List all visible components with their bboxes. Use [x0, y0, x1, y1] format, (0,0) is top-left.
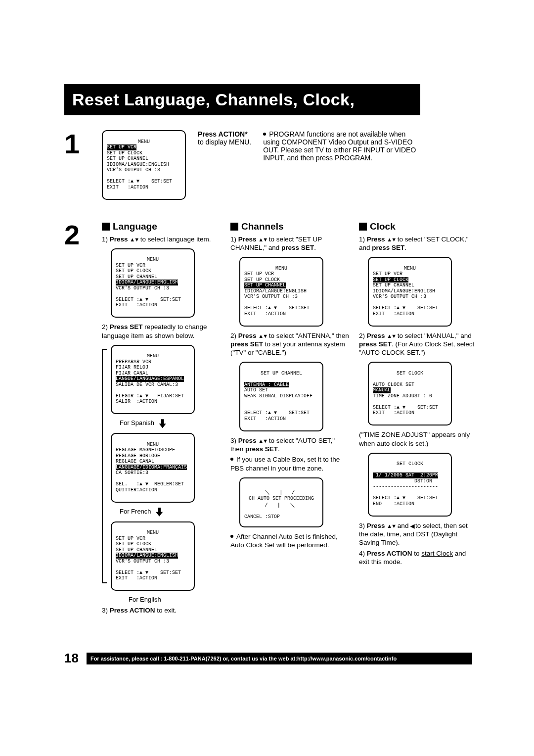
scr-l: FIJAR RELOJ: [116, 365, 148, 370]
scr-l: SET UP CHANNEL: [373, 283, 414, 288]
language-heading: Language: [113, 221, 157, 232]
ch-s3d: press SET: [245, 445, 278, 453]
step1-rest: to display MENU.: [198, 138, 251, 146]
clock-column: Clock 1) Press ▲▼ to select "SET CLOCK,"…: [359, 221, 478, 568]
screen-lang-english: MENUSET UP VCR SET UP CLOCK SET UP CHANN…: [111, 248, 195, 318]
scr-hl: SET UP CHANNEL: [244, 283, 286, 288]
down-arrow-icon: [156, 508, 163, 517]
ch-s2a: 2): [230, 332, 236, 339]
ck-s2b: Press: [367, 332, 387, 339]
ck-s2c: to select "MANUAL," and: [396, 332, 472, 339]
scr-f: SELECT :▲ ▼ SET:SET: [373, 305, 438, 311]
bullet-icon: [263, 133, 266, 136]
manual-page: Reset Language, Channels, Clock, 1 MENUS…: [0, 0, 534, 756]
lang-s3a: 3): [102, 607, 108, 614]
ck-s1e: .: [404, 244, 406, 251]
cap-spanish: For Spanish: [120, 420, 154, 427]
lang-s3b: Press ACTION: [110, 607, 155, 614]
scr-f: ELEGIR :▲ ▼ FIJAR:SET: [116, 393, 184, 399]
scr-l: IDIOMA/LANGUE:ENGLISH: [244, 288, 307, 294]
scan-dashes-icon: ＼ | /: [244, 488, 318, 496]
screen-ch-menu: MENUSET UP VCR SET UP CLOCK SET UP CHANN…: [239, 257, 323, 327]
screen-clock-menu: MENUSET UP VCR SET UP CLOCK SET UP CHANN…: [368, 257, 452, 327]
ch-s1e: .: [314, 244, 316, 251]
step1-instruction: Press ACTION* to display MENU.: [198, 130, 251, 146]
step-1: 1 MENUSET UP VCR SET UP CLOCK SET UP CHA…: [64, 130, 480, 200]
scr-l: SET UP CLOCK: [116, 268, 151, 274]
up-down-icon: ▲▼: [130, 236, 138, 242]
lang-s1c: to select language item.: [138, 236, 211, 243]
scr-title: MENU: [404, 266, 416, 271]
footer-bar: For assistance, please call : 1-800-211-…: [87, 653, 472, 664]
square-icon: [230, 223, 238, 231]
ch-s3b: Press: [238, 437, 259, 444]
scr-title: MENU: [147, 257, 159, 262]
scr-l2: SET UP CLOCK: [107, 150, 142, 156]
ck-s4d: start Clock: [421, 550, 453, 557]
ck-s1a: 1): [359, 236, 365, 243]
scr-hl: IDIOMA/LANGUE:ENGLISH: [116, 280, 178, 285]
ch-s1b: Press: [238, 236, 259, 243]
scr-f: EXIT :ACTION: [116, 302, 157, 308]
scr-title: SET UP CHANNEL: [261, 371, 302, 376]
lang-cycle-line: [102, 349, 103, 584]
scr-title: MENU: [147, 353, 159, 359]
scr-hl: MANUAL: [373, 387, 391, 393]
scr-l: TIME ZONE ADJUST : 0: [373, 393, 432, 399]
scr-title: MENU: [275, 266, 287, 271]
lang-s1a: 1): [102, 236, 108, 243]
scr-l: SET UP CLOCK: [244, 277, 280, 283]
screen-ch-setup: SET UP CHANNEL ANTENNA : CABLE AUTO SET …: [239, 362, 323, 431]
scr-f: EXIT :ACTION: [244, 416, 286, 422]
scr-title: MENU: [147, 442, 159, 447]
scr-l: SET UP CHANNEL: [116, 274, 157, 280]
ck-s2d: press SET: [359, 340, 392, 348]
up-down-icon: ▲▼: [258, 236, 267, 242]
ck-s3b: Press: [367, 522, 387, 529]
scr-l: SET UP VCR: [116, 263, 145, 268]
up-down-icon: ▲▼: [258, 438, 267, 444]
scr-f: END :ACTION: [373, 501, 414, 507]
scr-l: DST:ON: [373, 478, 432, 484]
scr-f: SALIR :ACTION: [116, 399, 157, 404]
page-title: Reset Language, Channels, Clock,: [64, 84, 420, 115]
scr-hl: LANGUE/LANGUAGE:ESPAÑOL: [116, 376, 184, 382]
scr-l: SET UP VCR: [116, 536, 145, 541]
scr-f: SELECT :▲ ▼ SET:SET: [116, 570, 181, 575]
ch-s3e: .: [278, 445, 280, 453]
lang-tl: [102, 349, 107, 350]
scr-l: CANCEL :STOP: [244, 514, 280, 520]
footer: 18 For assistance, please call : 1-800-2…: [64, 651, 472, 666]
scr-f1: SELECT :▲ ▼ SET:SET: [107, 179, 172, 184]
scr-f: QUITTER:ACTION: [116, 487, 157, 493]
ch-s2b: Press: [238, 332, 259, 339]
channels-column: Channels 1) Press ▲▼ to select "SET UP C…: [230, 221, 349, 552]
lang-s1b: Press: [110, 236, 130, 243]
cap-english: For English: [129, 596, 221, 603]
step1-note-text: PROGRAM functions are not available when…: [263, 130, 416, 162]
scr-l: REGLAGE HORLOGE: [116, 453, 160, 459]
scr-l3: SET UP CHANNEL: [107, 156, 148, 161]
scr-f: EXIT :ACTION: [116, 575, 157, 581]
step1-note: PROGRAM functions are not available when…: [263, 130, 421, 162]
ck-s1d: press SET: [372, 244, 404, 251]
channels-heading: Channels: [241, 221, 284, 232]
lang-s3c: to exit.: [155, 607, 177, 614]
scr-l: AUTO CLOCK SET: [373, 382, 414, 387]
scr-f: SEL. :▲ ▼ REGLER:SET: [116, 481, 184, 487]
up-down-icon: ▲▼: [387, 333, 396, 339]
scr-l: VCR'S OUTPUT CH :3: [116, 559, 169, 564]
square-icon: [102, 223, 110, 231]
bullet-icon: [230, 535, 233, 538]
down-arrow-icon: [159, 419, 166, 428]
scr-l: ----------------------: [373, 484, 438, 489]
lang-s2b: Press SET: [110, 323, 143, 331]
scr-f: SELECT :▲ ▼ SET:SET: [373, 405, 438, 410]
ck-s3c: and: [396, 522, 410, 529]
scr-l: CH AUTO SET PROCEEDING: [249, 496, 314, 501]
step-2: 2 Language 1) Press ▲▼ to select languag…: [64, 221, 480, 617]
scr-l: SET UP VCR: [244, 271, 274, 277]
scr-hl: ANTENNA : CABLE: [244, 382, 289, 388]
divider: [64, 212, 480, 212]
scr-l4: IDIOMA/LANGUE:ENGLISH: [107, 162, 169, 167]
